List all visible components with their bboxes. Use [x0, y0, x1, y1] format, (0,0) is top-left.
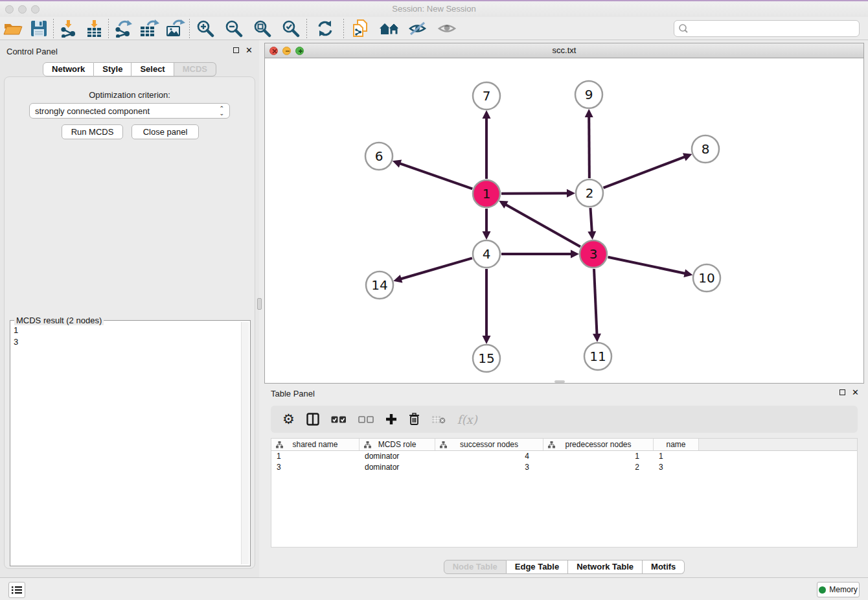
tab-network[interactable]: Network	[43, 62, 94, 76]
open-file-button[interactable]	[0, 18, 26, 39]
tab-select[interactable]: Select	[131, 62, 174, 76]
export-table-icon	[139, 19, 159, 38]
edge-1-6[interactable]	[399, 163, 472, 189]
table-body: 1dominator4113dominator323	[271, 451, 857, 473]
function-builder-icon[interactable]: f(x)	[457, 413, 477, 426]
zoom-in-icon	[196, 19, 214, 38]
column-header-predecessor-nodes[interactable]: predecessor nodes	[543, 439, 654, 450]
delete-table-icon[interactable]	[431, 415, 446, 424]
canvas-resize-handle[interactable]	[554, 380, 565, 383]
export-image-icon	[165, 19, 185, 38]
zoom-in-button[interactable]	[191, 18, 220, 39]
edge-1-2[interactable]	[501, 193, 568, 194]
mcds-result-scrollbar[interactable]	[241, 322, 249, 564]
network-canvas[interactable]: 7968124314101511	[265, 58, 863, 383]
create-column-icon[interactable]	[385, 413, 397, 425]
cell-shared-name[interactable]: 3	[271, 462, 360, 473]
tab-motifs[interactable]: Motifs	[643, 560, 685, 574]
cell-predecessor-nodes[interactable]: 1	[543, 451, 654, 462]
toolbar-separator	[189, 19, 190, 38]
app-title-bar[interactable]: Session: New Session	[0, 0, 868, 17]
app-title: Session: New Session	[0, 1, 868, 17]
export-table-button[interactable]	[136, 18, 162, 39]
cell-name[interactable]: 3	[654, 462, 699, 473]
vertical-splitter-handle[interactable]	[257, 298, 262, 310]
tab-mcds[interactable]: MCDS	[174, 62, 216, 76]
control-panel-tabs: NetworkStyleSelectMCDS	[0, 62, 259, 76]
duplicate-network-button[interactable]	[345, 18, 375, 39]
cell-successor-nodes[interactable]: 4	[435, 451, 543, 462]
table-row[interactable]: 3dominator323	[271, 462, 857, 473]
show-all-button[interactable]	[432, 18, 462, 39]
cell-successor-nodes[interactable]: 3	[435, 462, 543, 473]
import-network-button[interactable]	[55, 18, 81, 39]
cell-predecessor-nodes[interactable]: 2	[543, 462, 654, 473]
float-panel-icon[interactable]	[233, 47, 239, 53]
edge-2-3[interactable]	[590, 208, 591, 233]
network-window-title: scc.txt	[265, 43, 863, 58]
criterion-select[interactable]: strongly connected component ⌃⌄	[29, 103, 230, 119]
column-header-MCDS-role[interactable]: MCDS role	[360, 439, 435, 450]
criterion-value: strongly connected component	[35, 106, 150, 116]
zoom-out-button[interactable]	[220, 18, 248, 39]
tab-network-table[interactable]: Network Table	[568, 560, 643, 574]
cell-name[interactable]: 1	[654, 451, 699, 462]
cell-shared-name[interactable]: 1	[271, 451, 360, 462]
edge-2-9[interactable]	[589, 116, 589, 178]
edge-3-1[interactable]	[505, 204, 580, 247]
refresh-button[interactable]	[308, 18, 342, 39]
mcds-result-text[interactable]: 1 3	[14, 325, 18, 348]
network-close-button[interactable]	[269, 47, 278, 55]
close-panel-icon[interactable]: ✕	[852, 389, 859, 395]
search-input[interactable]	[691, 21, 859, 36]
tab-node-table[interactable]: Node Table	[444, 560, 507, 574]
tab-style[interactable]: Style	[94, 62, 131, 76]
app-minimize-button[interactable]	[18, 5, 27, 14]
delete-columns-icon[interactable]	[409, 413, 420, 426]
zoom-fit-button[interactable]	[248, 18, 277, 39]
import-table-button[interactable]	[81, 18, 107, 39]
graph-node-label: 10	[698, 270, 714, 286]
app-close-button[interactable]	[5, 5, 14, 14]
edge-arrow-icon	[588, 231, 596, 240]
export-network-button[interactable]	[110, 18, 136, 39]
task-history-button[interactable]	[8, 582, 25, 598]
save-session-button[interactable]	[26, 18, 52, 39]
table-row[interactable]: 1dominator411	[271, 451, 857, 462]
search-field[interactable]	[674, 20, 860, 37]
close-panel-button[interactable]: Close panel	[131, 124, 199, 139]
run-mcds-button[interactable]: Run MCDS	[62, 124, 123, 139]
edge-3-11[interactable]	[594, 269, 597, 335]
edge-3-10[interactable]	[608, 257, 686, 273]
home-button[interactable]	[375, 18, 404, 39]
memory-button[interactable]: Memory	[817, 582, 860, 597]
mcds-result-box: MCDS result (2 nodes) 1 3	[10, 320, 251, 566]
cell-MCDS-role[interactable]: dominator	[360, 451, 435, 462]
show-columns-icon[interactable]	[306, 413, 319, 426]
tab-edge-table[interactable]: Edge Table	[507, 560, 568, 574]
edge-4-14[interactable]	[400, 258, 472, 279]
network-zoom-button[interactable]	[295, 47, 304, 55]
cell-MCDS-role[interactable]: dominator	[360, 462, 435, 473]
hide-selected-button[interactable]	[404, 18, 432, 39]
edge-2-8[interactable]	[604, 157, 686, 188]
edge-arrow-icon	[683, 269, 692, 277]
close-panel-icon[interactable]: ✕	[246, 47, 253, 53]
table-settings-gear-icon[interactable]: ⚙	[282, 413, 295, 426]
network-graph[interactable]: 7968124314101511	[265, 58, 863, 383]
search-icon	[674, 23, 691, 34]
network-minimize-button[interactable]	[282, 47, 291, 55]
eye-slash-icon	[408, 21, 428, 36]
list-icon	[12, 586, 22, 594]
zoom-selected-button[interactable]	[277, 18, 305, 39]
float-panel-icon[interactable]	[839, 389, 845, 395]
export-image-button[interactable]	[162, 18, 188, 39]
network-window-titlebar[interactable]: scc.txt	[265, 43, 863, 58]
column-header-shared-name[interactable]: shared name	[271, 439, 360, 450]
unselect-all-columns-icon[interactable]	[358, 415, 374, 424]
select-all-columns-icon[interactable]	[331, 415, 347, 424]
column-header-successor-nodes[interactable]: successor nodes	[435, 439, 543, 450]
edge-arrow-icon	[585, 109, 593, 117]
column-header-name[interactable]: name	[654, 439, 699, 450]
app-zoom-button[interactable]	[31, 5, 40, 14]
